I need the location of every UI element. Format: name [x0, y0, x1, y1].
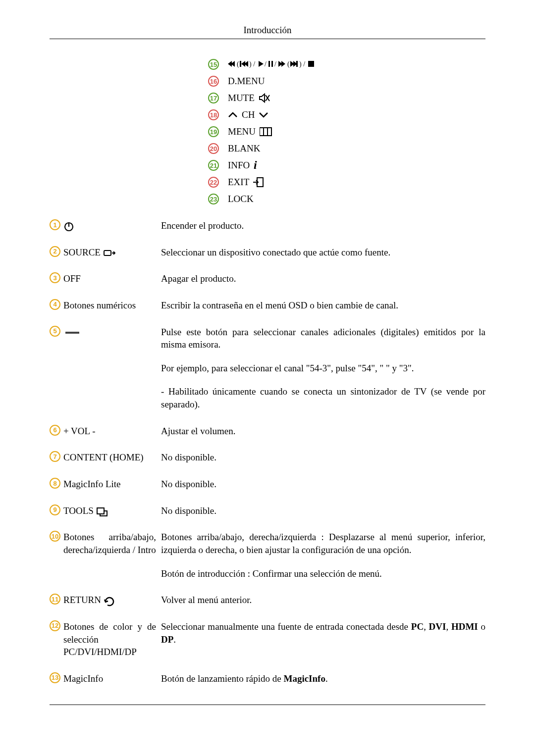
top-icon-list: 15 16 D.MENU 17 MUTE 18 CH 19 MENU 20 BL…	[208, 59, 485, 204]
tools-icon	[96, 506, 109, 517]
item-label: MagicInfo Lite	[63, 478, 121, 491]
number-badge: 15	[208, 59, 219, 70]
description-text: Botón de introducción : Confirmar una se…	[161, 567, 485, 580]
playback-icon	[228, 60, 317, 69]
label-text: EXIT	[228, 177, 249, 188]
number-badge: 22	[208, 177, 219, 188]
number-badge: 18	[208, 109, 219, 120]
table-row: 13 MagicInfo Botón de lanzamiento rápido…	[50, 672, 485, 685]
dash-icon	[65, 332, 79, 334]
number-badge: 19	[208, 126, 219, 137]
table-row: 4 Botones numéricos Escribir la contrase…	[50, 299, 485, 312]
page-header: Introducción	[50, 25, 485, 36]
label-text: D.MENU	[228, 76, 265, 87]
item-label	[63, 326, 79, 339]
table-row: 10 Botones arriba/abajo, derecha/izquier…	[50, 531, 485, 580]
table-row: 9 TOOLS No disponible.	[50, 504, 485, 517]
top-list-item: 23 LOCK	[208, 194, 485, 204]
item-label: + VOL -	[63, 425, 96, 438]
top-list-item: 22 EXIT	[208, 177, 485, 188]
number-badge: 16	[208, 76, 219, 87]
power-icon	[63, 221, 76, 232]
description-text: Por ejemplo, para seleccionar el canal "…	[161, 362, 485, 375]
description-text: Volver al menú anterior.	[161, 594, 485, 606]
top-list-item: 20 BLANK	[208, 143, 485, 154]
number-badge: 23	[208, 194, 219, 204]
description-text: No disponible.	[161, 504, 485, 517]
number-badge: 8	[50, 478, 60, 489]
top-list-item: 15	[208, 59, 485, 70]
exit-icon	[253, 177, 266, 188]
description-text: Pulse este botón para seleccionar canale…	[161, 326, 485, 351]
number-badge: 17	[208, 93, 219, 103]
number-badge: 7	[50, 451, 60, 462]
label-text: CH	[242, 109, 255, 120]
description-text: Botones arriba/abajo, derecha/izquierda …	[161, 531, 485, 556]
source-icon	[103, 248, 116, 258]
number-badge: 12	[50, 620, 60, 631]
item-label: Botones arriba/abajo, derecha/izquierda …	[63, 531, 156, 556]
top-list-item: 16 D.MENU	[208, 76, 485, 87]
label-text: LOCK	[228, 194, 254, 204]
description-text: Seleccionar un dispositivo conectado que…	[161, 246, 485, 259]
item-label	[63, 219, 76, 232]
description-text: Seleccionar manualmente una fuente de en…	[161, 620, 485, 646]
number-badge: 3	[50, 272, 60, 283]
top-list-item: 18 CH	[208, 109, 485, 120]
item-label: SOURCE	[63, 246, 116, 259]
divider-bottom	[50, 705, 485, 705]
number-badge: 9	[50, 504, 60, 515]
number-badge: 13	[50, 672, 60, 683]
top-list-item: 21 INFO	[208, 160, 485, 171]
label-text: INFO	[228, 160, 250, 171]
divider-top	[50, 39, 485, 39]
table-row: 6 + VOL - Ajustar el volumen.	[50, 425, 485, 438]
label-text: MUTE	[228, 93, 255, 103]
description-text: No disponible.	[161, 451, 485, 464]
number-badge: 4	[50, 299, 60, 310]
table-row: 7 CONTENT (HOME) No disponible.	[50, 451, 485, 464]
item-label: CONTENT (HOME)	[63, 451, 144, 464]
table-row: 12 Botones de color y de selección PC/DV…	[50, 620, 485, 658]
return-icon	[104, 596, 116, 606]
ch-down-icon	[259, 112, 268, 118]
item-label: Botones de color y de selección PC/DVI/H…	[63, 620, 156, 658]
label-text: MENU	[228, 126, 256, 137]
item-label: MagicInfo	[63, 672, 103, 685]
item-label: Botones numéricos	[63, 299, 136, 312]
table-row: 8 MagicInfo Lite No disponible.	[50, 478, 485, 491]
number-badge: 2	[50, 246, 60, 257]
table-row: 3 OFF Apagar el producto.	[50, 272, 485, 285]
number-badge: 10	[50, 531, 60, 542]
ch-up-icon	[228, 112, 238, 118]
info-icon	[254, 160, 267, 171]
top-list-item: 17 MUTE	[208, 93, 485, 103]
table-row: 2 SOURCE Seleccionar un dispositivo cone…	[50, 246, 485, 259]
item-label: OFF	[63, 272, 81, 285]
number-badge: 6	[50, 425, 60, 436]
description-text: Ajustar el volumen.	[161, 425, 485, 438]
table-row: 11 RETURN Volver al menú anterior.	[50, 594, 485, 606]
menu-icon	[260, 126, 272, 137]
label-text: BLANK	[228, 143, 260, 154]
description-text: Botón de lanzamiento rápido de MagicInfo…	[161, 672, 485, 685]
top-list-item: 19 MENU	[208, 126, 485, 137]
number-badge: 5	[50, 326, 60, 337]
main-description-table: 1 Encender el producto. 2 SOURCE Selecci…	[50, 219, 485, 685]
description-text: - Habilitado únicamente cuando se conect…	[161, 385, 485, 410]
mute-icon	[259, 93, 271, 103]
description-text: Encender el producto.	[161, 219, 485, 232]
description-text: Apagar el producto.	[161, 272, 485, 285]
number-badge: 11	[50, 594, 60, 605]
description-text: Escribir la contraseña en el menú OSD o …	[161, 299, 485, 312]
table-row: 1 Encender el producto.	[50, 219, 485, 232]
number-badge: 21	[208, 160, 219, 171]
table-row: 5 Pulse este botón para seleccionar cana…	[50, 326, 485, 411]
item-label: TOOLS	[63, 504, 109, 517]
description-text: No disponible.	[161, 478, 485, 491]
item-label: RETURN	[63, 594, 116, 606]
number-badge: 1	[50, 219, 60, 230]
number-badge: 20	[208, 143, 219, 154]
